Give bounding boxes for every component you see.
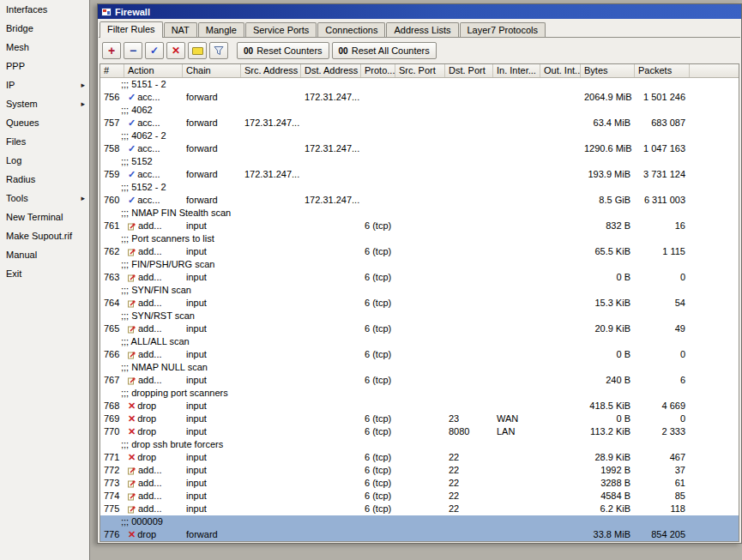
firewall-rule-row[interactable]: 769✕dropinput6 (tcp)23WAN0 B0 xyxy=(100,412,739,425)
column-header-out-int[interactable]: Out. Int... xyxy=(540,64,581,77)
firewall-rule-row[interactable]: 773add...input6 (tcp)223288 B61 xyxy=(100,477,739,490)
sidebar-item-system[interactable]: System▸ xyxy=(0,94,89,113)
firewall-rule-row[interactable]: 756✓acc...forward172.31.247...2064.9 MiB… xyxy=(100,91,739,104)
cell-in_if xyxy=(493,194,540,207)
cell-out_if xyxy=(540,168,581,181)
sidebar-item-log[interactable]: Log xyxy=(0,151,89,170)
sidebar-item-new-terminal[interactable]: New Terminal xyxy=(0,208,89,226)
sidebar-item-files[interactable]: Files xyxy=(0,132,89,151)
comment-row[interactable]: ;;; 000009 xyxy=(100,515,739,528)
window-body: Filter RulesNATMangleService PortsConnec… xyxy=(98,19,741,542)
cell-packets: 1 115 xyxy=(635,245,690,258)
action-label: acc... xyxy=(137,117,160,129)
firewall-rule-row[interactable]: 761add...input6 (tcp)832 B16 xyxy=(100,220,739,232)
filter-button[interactable] xyxy=(209,42,228,59)
firewall-rule-row[interactable]: 774add...input6 (tcp)224584 B85 xyxy=(100,490,739,503)
column-header-src-address[interactable]: Src. Address xyxy=(241,64,301,77)
firewall-rule-row[interactable]: 763add...input6 (tcp)0 B0 xyxy=(100,271,739,284)
sidebar-item-make-supout-rif[interactable]: Make Supout.rif xyxy=(0,226,89,245)
comment-row[interactable]: ;;; SYN/FIN scan xyxy=(100,284,739,297)
column-header-packets[interactable]: Packets xyxy=(635,64,690,77)
cell-src_port xyxy=(395,464,445,477)
tab-nat[interactable]: NAT xyxy=(164,22,197,37)
remove-rule-button[interactable]: − xyxy=(124,42,142,59)
comment-row[interactable]: ;;; SYN/RST scan xyxy=(100,310,739,322)
firewall-rule-row[interactable]: 765add...input6 (tcp)20.9 KiB49 xyxy=(100,322,739,335)
firewall-rule-row[interactable]: 770✕dropinput6 (tcp)8080LAN113.2 KiB2 33… xyxy=(100,425,739,438)
window-titlebar[interactable]: Firewall xyxy=(98,4,741,19)
reset-counters-button[interactable]: 00 Reset Counters xyxy=(237,42,329,59)
column-header-chain[interactable]: Chain xyxy=(183,64,241,77)
firewall-rule-row[interactable]: 757✓acc...forward172.31.247...63.4 MiB68… xyxy=(100,117,739,129)
sidebar-item-tools[interactable]: Tools▸ xyxy=(0,189,89,208)
cell-action: add... xyxy=(124,477,183,490)
cell-in_if xyxy=(493,245,540,258)
firewall-rule-row[interactable]: 775add...input6 (tcp)226.2 KiB118 xyxy=(100,503,739,515)
sidebar-item-bridge[interactable]: Bridge xyxy=(0,19,89,38)
firewall-rule-row[interactable]: 759✓acc...forward172.31.247...193.9 MiB3… xyxy=(100,168,739,181)
action-label: add... xyxy=(138,297,162,310)
sidebar-item-radius[interactable]: Radius xyxy=(0,170,89,189)
add-to-address-list-icon xyxy=(128,221,136,231)
sidebar-item-ppp[interactable]: PPP xyxy=(0,57,89,75)
comment-row[interactable]: ;;; 5152 - 2 xyxy=(100,181,739,194)
comment-row[interactable]: ;;; NMAP NULL scan xyxy=(100,361,739,374)
firewall-rule-row[interactable]: 771✕dropinput6 (tcp)2228.9 KiB467 xyxy=(100,451,739,464)
action-label: acc... xyxy=(137,142,160,155)
sidebar-item-exit[interactable]: Exit xyxy=(0,264,89,283)
comment-row[interactable]: ;;; drop ssh brute forcers xyxy=(100,438,739,451)
comment-button[interactable] xyxy=(188,42,207,59)
firewall-rule-row[interactable]: 758✓acc...forward172.31.247...1290.6 MiB… xyxy=(100,142,739,155)
comment-row[interactable]: ;;; Port scanners to list xyxy=(100,232,739,245)
tab-address-lists[interactable]: Address Lists xyxy=(386,22,458,37)
firewall-rule-row[interactable]: 760✓acc...forward172.31.247...8.5 GiB6 3… xyxy=(100,194,739,207)
comment-row[interactable]: ;;; 5152 xyxy=(100,155,739,168)
sidebar-item-queues[interactable]: Queues xyxy=(0,113,89,132)
disable-rule-button[interactable]: ✕ xyxy=(166,42,185,59)
column-header-action[interactable]: Action xyxy=(124,64,183,77)
comment-row[interactable]: ;;; ALL/ALL scan xyxy=(100,335,739,348)
firewall-rule-row[interactable]: 762add...input6 (tcp)65.5 KiB1 115 xyxy=(100,245,739,258)
reset-all-counters-button[interactable]: 00 Reset All Counters xyxy=(332,42,437,59)
tab-layer7-protocols[interactable]: Layer7 Protocols xyxy=(460,22,546,37)
accept-action-icon: ✓ xyxy=(128,117,136,129)
comment-row[interactable]: ;;; FIN/PSH/URG scan xyxy=(100,258,739,271)
cell-num: 764 xyxy=(100,297,124,310)
add-rule-button[interactable]: + xyxy=(102,42,121,59)
tab-mangle[interactable]: Mangle xyxy=(198,22,244,37)
cell-proto xyxy=(361,117,395,129)
comment-row[interactable]: ;;; 4062 xyxy=(100,104,739,117)
column-header-dst-port[interactable]: Dst. Port xyxy=(445,64,493,77)
sidebar-item-ip[interactable]: IP▸ xyxy=(0,75,89,94)
cell-packets: 37 xyxy=(635,464,690,477)
comment-row[interactable]: ;;; NMAP FIN Stealth scan xyxy=(100,207,739,220)
column-header-[interactable]: # xyxy=(100,64,124,77)
cell-packets: 6 xyxy=(635,374,690,387)
firewall-rule-row[interactable]: 768✕dropinput418.5 KiB4 669 xyxy=(100,400,739,412)
sidebar-item-label: New Terminal xyxy=(6,212,63,222)
column-header-dst-address[interactable]: Dst. Address xyxy=(301,64,361,77)
cell-dst_port: 22 xyxy=(445,490,493,503)
rule-comment: ;;; Port scanners to list xyxy=(100,232,739,245)
column-header-in-inter[interactable]: In. Inter... xyxy=(493,64,540,77)
comment-row[interactable]: ;;; dropping port scanners xyxy=(100,387,739,400)
firewall-rule-row[interactable]: 767add...input6 (tcp)240 B6 xyxy=(100,374,739,387)
cell-proto: 6 (tcp) xyxy=(361,245,395,258)
tab-connections[interactable]: Connections xyxy=(317,22,385,37)
firewall-rule-row[interactable]: 776✕dropforward33.8 MiB854 205 xyxy=(100,528,739,541)
column-header-src-port[interactable]: Src. Port xyxy=(395,64,445,77)
firewall-rule-row[interactable]: 764add...input6 (tcp)15.3 KiB54 xyxy=(100,297,739,310)
sidebar-item-mesh[interactable]: Mesh xyxy=(0,38,89,57)
tab-filter-rules[interactable]: Filter Rules xyxy=(100,21,163,38)
action-label: add... xyxy=(138,374,162,387)
firewall-rule-row[interactable]: 766add...input6 (tcp)0 B0 xyxy=(100,348,739,361)
tab-service-ports[interactable]: Service Ports xyxy=(245,22,317,37)
sidebar-item-interfaces[interactable]: Interfaces xyxy=(0,0,89,19)
comment-row[interactable]: ;;; 5151 - 2 xyxy=(100,78,739,91)
enable-rule-button[interactable]: ✓ xyxy=(145,42,164,59)
column-header-bytes[interactable]: Bytes xyxy=(581,64,635,77)
comment-row[interactable]: ;;; 4062 - 2 xyxy=(100,129,739,142)
sidebar-item-manual[interactable]: Manual xyxy=(0,245,89,264)
column-header-proto[interactable]: Proto... xyxy=(361,64,395,77)
firewall-rule-row[interactable]: 772add...input6 (tcp)221992 B37 xyxy=(100,464,739,477)
